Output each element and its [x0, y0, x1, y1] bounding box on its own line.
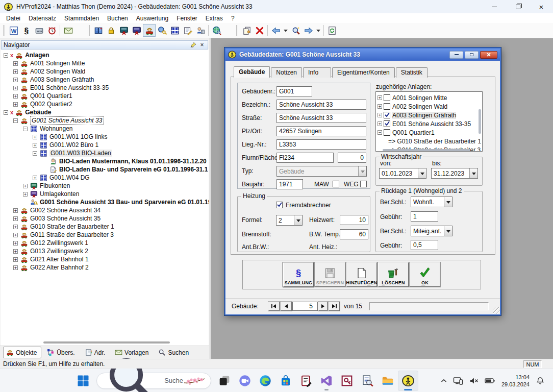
tree-item[interactable]: +G001.W02 Büro 1 [1, 141, 209, 149]
taskbar-doc-search-button[interactable] [357, 371, 378, 391]
tree-item[interactable]: −G001 Schöne Aussicht 33 [1, 116, 209, 125]
menu-buchen[interactable]: Buchen [103, 14, 132, 22]
flaeche-input[interactable]: 0 [338, 153, 366, 163]
navigator-close-icon[interactable]: × [198, 41, 206, 48]
dialog-tab-statistik[interactable]: Statistik [396, 67, 428, 78]
liegnr-input[interactable]: L3353 [276, 139, 366, 150]
tree-item[interactable]: +A002 Solingen Wald [1, 67, 209, 76]
toolbar-clock-button[interactable] [45, 24, 58, 37]
tree-item[interactable]: +Q002 Quartier2 [1, 100, 209, 108]
close-button[interactable]: × [530, 0, 553, 13]
formel-select[interactable]: 2 [276, 215, 303, 226]
menu-datei[interactable]: Datei [2, 14, 24, 22]
tree-expander-minus-icon[interactable]: − [4, 53, 8, 58]
taskbar-journal-button[interactable] [296, 371, 316, 391]
heizwert-input[interactable]: 10 [340, 215, 368, 225]
von-dropdown-icon[interactable] [418, 168, 426, 178]
toolbar-caret-down-button[interactable] [315, 24, 322, 37]
notification-bell-icon[interactable] [534, 372, 547, 390]
bezeichn-input[interactable]: Schöne Aussicht 33 [276, 100, 366, 110]
tree-item[interactable]: G001 Schöne Aussicht 33 Bau- und Sparver… [1, 198, 209, 206]
dialog-tab-info[interactable]: Info [303, 67, 331, 78]
tree-item[interactable]: +G013 Zwillingswerk 2 [1, 247, 209, 255]
ber-schl-2-dropdown-icon[interactable] [444, 226, 452, 236]
gebuehr-2-input[interactable]: 0,5 [411, 240, 438, 250]
taskbar-search[interactable]: Suche [96, 373, 211, 389]
weg-checkbox[interactable] [360, 181, 367, 187]
tree-item[interactable]: −xGebäude [1, 108, 209, 116]
menu-fenster[interactable]: Fenster [172, 14, 202, 22]
toolbar-mail-button[interactable] [62, 24, 74, 37]
tree-expander-plus-icon[interactable]: + [33, 176, 37, 180]
toolbar-word-doc-button[interactable]: W [7, 24, 20, 37]
menu-auswertung[interactable]: Auswertung [132, 14, 172, 22]
navigator-tab-objekte[interactable]: Objekte [3, 347, 41, 358]
anlagen-checkbox[interactable] [384, 103, 390, 110]
tree-item[interactable]: +G001.W04 DG [1, 174, 209, 182]
tree-expander-plus-icon[interactable]: + [13, 102, 18, 107]
pin-icon[interactable] [190, 41, 197, 48]
taskbar-chat-button[interactable] [235, 371, 255, 391]
tree-expander-plus-icon[interactable]: + [23, 192, 28, 197]
tree-item[interactable]: +G010 Straße der Bauarbeiter 1 [1, 223, 209, 231]
tree-item[interactable]: +Umlagekonten [1, 190, 209, 198]
anlagen-tree-item[interactable]: +A002 Solingen Wald [376, 102, 482, 111]
tree-item[interactable]: +A003 Solingen Gräfrath [1, 76, 209, 84]
anlagen-tree-item[interactable]: +E001 Schöne Aussicht 33-35 [376, 119, 482, 128]
anlagen-expander-minus-icon[interactable]: − [378, 130, 382, 135]
tree-item[interactable]: +A001 Solingen Mitte [1, 59, 209, 67]
anlagen-tree-item[interactable]: −Q001 Quartier1 [376, 128, 482, 137]
taskbar-hvprofi-button[interactable] [398, 371, 418, 391]
minimize-button[interactable] [483, 0, 506, 13]
taskbar-store-button[interactable] [275, 371, 296, 391]
tray-device-icon[interactable] [450, 372, 466, 390]
tree-item[interactable]: +G001.W01 1OG links [1, 133, 209, 141]
ber-schl-1-select[interactable]: Wohnfl. [411, 197, 453, 207]
taskbar-visual-studio-button[interactable] [316, 371, 337, 391]
anlagen-expander-plus-icon[interactable]: + [378, 104, 382, 109]
tray-battery-icon[interactable] [482, 372, 497, 390]
dialog-restore-button[interactable] [465, 51, 479, 59]
taskbar-explorer-button[interactable] [378, 371, 398, 391]
tree-expander-minus-icon[interactable]: − [33, 151, 37, 156]
taskbar-task-view-button[interactable] [214, 371, 235, 391]
menu-extras[interactable]: Extras [202, 14, 227, 22]
tree-item[interactable]: +Fibukonten [1, 182, 209, 190]
toolbar-delete-x-button[interactable] [253, 24, 266, 37]
hinzufgen-button[interactable]: HINZUFÜGEN [346, 262, 377, 287]
tree-expander-plus-icon[interactable]: + [13, 265, 18, 270]
anlagen-tree-item[interactable]: +A003 Solingen Gräfrath [376, 111, 482, 119]
flurnr-input[interactable]: Fl234 [276, 153, 334, 163]
dialog-resize-grip[interactable] [493, 307, 499, 314]
tree-item[interactable]: +G022 Alter Bahnhof 2 [1, 263, 209, 272]
anlagen-tree-item[interactable]: => G010 Straße der Bauarbeiter 1 [376, 137, 482, 145]
anlagen-checkbox[interactable] [384, 94, 390, 101]
dialog-tab-notizen[interactable]: Notizen [271, 67, 302, 78]
menu-stammdaten[interactable]: Stammdaten [60, 14, 103, 22]
toolbar-arrow-right-button[interactable] [302, 24, 315, 37]
toolbar-board-seal-a-button[interactable] [117, 24, 130, 37]
anlagen-expander-plus-icon[interactable]: + [378, 113, 382, 117]
tree-expander-plus-icon[interactable]: + [13, 233, 18, 237]
tree-expander-plus-icon[interactable]: + [13, 216, 18, 221]
toolbar-person-book-button[interactable] [194, 24, 207, 37]
wirtschaftsjahr-von-select[interactable]: 01.01.2023 [379, 168, 426, 179]
lschen-button[interactable]: LÖSCHEN [378, 262, 409, 287]
tree-expander-minus-icon[interactable]: − [4, 110, 8, 115]
toolbar-globe-key-button[interactable] [156, 24, 168, 37]
dialog-close-button[interactable]: ✕ [480, 51, 497, 59]
tree-expander-plus-icon[interactable]: + [13, 241, 18, 246]
anlagen-expander-plus-icon[interactable]: + [378, 121, 382, 126]
toolbar-ledger-book-button[interactable] [92, 24, 105, 37]
anlagen-checkbox[interactable] [384, 129, 390, 136]
toolbar-caret-down-button[interactable] [282, 24, 289, 37]
toolbar-board-seal-b-button[interactable] [130, 24, 143, 37]
toolbar-refresh-page-button[interactable] [325, 24, 338, 37]
navigator-hscrollbar[interactable] [1, 340, 209, 346]
record-next-button[interactable] [318, 302, 328, 311]
record-last-button[interactable] [329, 302, 340, 311]
gebuehr-1-input[interactable]: 1 [411, 211, 438, 222]
navigator-tab-bers[interactable]: Übers. [44, 347, 79, 358]
tree-item[interactable]: +G002 Schöne Aussicht 34 [1, 206, 209, 214]
tree-item[interactable]: −xAnlagen [1, 51, 209, 59]
